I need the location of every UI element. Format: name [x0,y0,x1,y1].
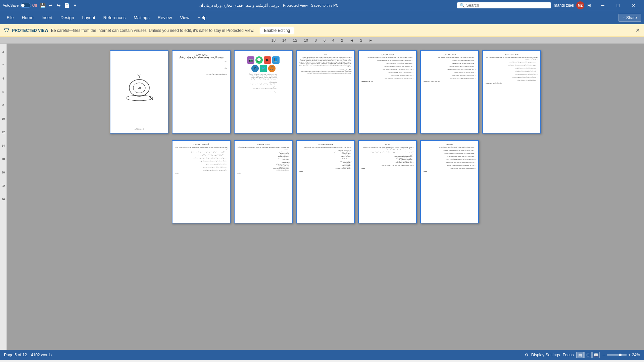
left-ruler-num-4: 4 [2,72,4,85]
page-1-calligraphy: الله [119,74,159,113]
new-document-icon[interactable]: 📄 [64,2,70,8]
page-2[interactable]: موضوع تحقیق :بررسی آثارمثبت و منفی فضای … [172,50,231,134]
menu-item-insert[interactable]: Insert [38,13,57,22]
menu-item-review[interactable]: Review [154,13,176,22]
page-5-content: آثار مثبت فضای مجازی ۱. دسترسی به اطلاعا… [359,51,416,133]
document-view[interactable]: الله نام و نام خانوادگی : موضوع تحقیق :ب… [7,44,644,350]
page-ruler: 18 14 12 10 8 6 4 2 ◄ 2 ► [0,37,644,44]
ruler-num-6: 6 [324,38,326,42]
close-button[interactable]: ✕ [626,0,641,11]
ruler-num-12: 12 [293,38,297,42]
search-box: 🔍 [457,2,551,8]
quick-access-toolbar: 💾 ↩ ↪ 📄 ▾ [40,2,78,8]
page-3-text: ستم و خدامت و علومی شهری طبایع و در تنظا… [249,73,278,93]
page-5[interactable]: آثار مثبت فضای مجازی ۱. دسترسی به اطلاعا… [358,50,417,134]
pages-row-1: الله نام و نام خانوادگی : موضوع تحقیق :ب… [110,50,541,134]
page-info: Page 5 of 12 [4,353,27,357]
shield-icon: 🛡 [4,28,9,34]
icon-red: ▶ [264,56,271,64]
ruler-arrow-right: ► [369,38,373,42]
left-ruler-num-26: 26 [1,193,5,206]
page-11[interactable]: نتیجه گیری با توجه به مطالب ارائه شده در… [358,140,417,223]
enable-editing-button[interactable]: Enable Editing [260,27,294,34]
focus-label[interactable]: Focus [563,353,574,357]
save-icon[interactable]: 💾 [40,2,46,8]
icon-purple: 📷 [247,56,254,64]
maximize-button[interactable]: □ [610,0,626,11]
protected-view-banner: 🛡 PROTECTED VIEW Be careful—files from t… [0,24,644,37]
menu-item-references[interactable]: References [99,13,130,22]
print-view-button[interactable]: ▤ [576,352,584,358]
search-input[interactable] [466,3,547,8]
page-7-content: راه های درمان و پیشگیری مقدمه‌ای در باب … [483,51,540,133]
minimize-button[interactable]: ─ [595,0,610,11]
ruler-num-8: 8 [315,38,317,42]
icon-green: 💬 [255,56,263,64]
layout-icon[interactable]: ⊞ [586,2,592,8]
menu-item-help[interactable]: Help [193,13,210,22]
left-ruler-num-2: 2 [2,45,4,58]
status-left: Page 5 of 12 4102 words [4,353,52,357]
zoom-slider[interactable] [607,354,627,356]
redo-icon[interactable]: ↪ [56,2,62,8]
display-settings-icon: ⚙ [525,353,529,357]
svg-line-3 [138,74,139,76]
page-7[interactable]: راه های درمان و پیشگیری مقدمه‌ای در باب … [482,50,541,134]
left-ruler-num-6: 6 [2,85,4,99]
ruler-num-2b: 2 [360,38,362,42]
avatar[interactable]: MZ [576,1,584,9]
autosave-state: Off [32,3,37,7]
page-9[interactable]: امنیت در فضای مجازی امنیت سایبری یکی از … [234,140,293,223]
read-view-button[interactable]: 📖 [592,352,600,358]
ruler-num-4: 4 [332,38,334,42]
social-icons-grid: 📘 ▶ 💬 📷 🎵 🐦 in [243,56,284,72]
icon-teal: 🐦 [260,65,267,72]
more-icon[interactable]: ▾ [72,2,78,8]
menu-item-mailings[interactable]: Mailings [130,13,154,22]
banner-close-icon[interactable]: ✕ [636,27,640,34]
zoom-in-button[interactable]: + [628,353,631,357]
page-8[interactable]: تأثیرات اجتماعی فضای مجازی فضای مجازی تغ… [172,140,231,223]
autosave-toggle[interactable] [20,3,31,8]
undo-icon[interactable]: ↩ [48,2,54,8]
page-10[interactable]: فضای مجازی و سلامت روان تأثیر فضای مجازی… [296,140,355,223]
menu-item-design[interactable]: Design [56,13,78,22]
menu-item-layout[interactable]: Layout [78,13,99,22]
share-button[interactable]: ↑ Share [618,14,641,22]
ruler-num-10: 10 [304,38,308,42]
page-12[interactable]: منابع و مآخذ ۱. احمدی، محمد (۱۳۹۸). فضای… [420,140,479,223]
pages-row-2: تأثیرات اجتماعی فضای مجازی فضای مجازی تغ… [172,140,479,223]
autosave-area: AutoSave Off [3,3,37,8]
page-3-content: 📘 ▶ 💬 📷 🎵 🐦 in ستم و خدامت و علومی شهری … [235,51,292,133]
menu-item-home[interactable]: Home [18,13,38,22]
web-view-button[interactable]: ⊞ [584,352,592,358]
menu-item-view[interactable]: View [176,13,193,22]
user-name: mahdi ziaei [554,3,574,8]
page-6[interactable]: آثار منفی فضای مجازی ۱. اعتیاد به اینترن… [420,50,479,134]
protected-text: Be careful—files from the Internet can c… [51,28,254,33]
page-8-content: تأثیرات اجتماعی فضای مجازی فضای مجازی تغ… [172,141,230,223]
window-controls: ─ □ ✕ [595,0,641,11]
page-4[interactable]: مقدمه در دنیای امروز، فضای مجازی به یکی … [296,50,355,134]
autosave-knob [21,4,24,7]
word-count: 4102 words [31,353,52,357]
svg-line-4 [139,74,141,76]
zoom-out-button[interactable]: ─ [602,353,605,357]
page-2-content: موضوع تحقیق :بررسی آثارمثبت و منفی فضای … [172,51,230,133]
page-9-content: امنیت در فضای مجازی امنیت سایبری یکی از … [235,141,292,223]
menu-item-file[interactable]: File [3,13,18,22]
icon-blue2: in [251,65,259,72]
ruler-num-18: 18 [271,38,276,42]
display-settings-label[interactable]: Display Settings [531,353,560,357]
status-right: ⚙ Display Settings Focus ▤ ⊞ 📖 ─ + 24% [525,352,640,358]
ruler-arrow-left: ◄ [350,38,353,42]
user-area: mahdi ziaei MZ [554,1,584,9]
page-3[interactable]: 📘 ▶ 💬 📷 🎵 🐦 in ستم و خدامت و علومی شهری … [234,50,293,134]
page-1[interactable]: الله نام و نام خانوادگی : [110,50,168,134]
left-ruler-num-10: 10 [1,112,5,125]
left-ruler-num-8: 8 [2,99,4,112]
autosave-label: AutoSave [3,3,19,7]
page-1-content: الله نام و نام خانوادگی : [110,51,168,133]
left-ruler-num-22: 22 [1,179,5,193]
icon-orange: 🎵 [268,65,276,72]
